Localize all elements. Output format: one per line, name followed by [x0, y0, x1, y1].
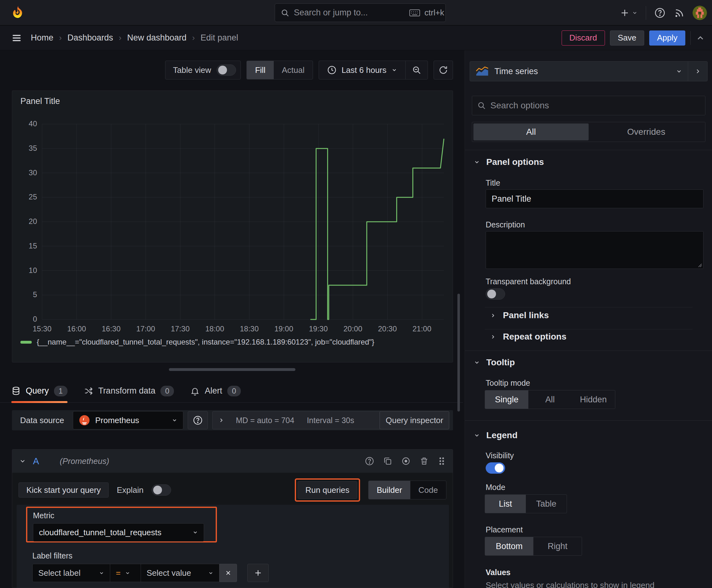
- y-axis-tick: 30: [28, 168, 37, 177]
- chevron-down-icon: [125, 570, 130, 576]
- panel-title-input[interactable]: [486, 189, 704, 208]
- series-line: [310, 139, 444, 319]
- transparent-background-toggle[interactable]: [486, 288, 505, 300]
- x-axis-tick: 16:30: [102, 324, 121, 333]
- delete-query-icon[interactable]: [419, 456, 429, 466]
- options-search[interactable]: [472, 96, 706, 115]
- user-avatar[interactable]: [693, 6, 707, 20]
- datasource-value: Prometheus: [95, 416, 167, 425]
- time-range-picker[interactable]: Last 6 hours: [319, 61, 405, 79]
- query-inspector-button[interactable]: Query inspector: [380, 411, 449, 429]
- grafana-logo-icon[interactable]: [11, 5, 26, 20]
- label-filters-label: Label filters: [33, 551, 72, 560]
- y-axis-tick: 25: [28, 192, 37, 201]
- kick-start-query-button[interactable]: Kick start your query: [19, 482, 109, 498]
- chart-plot[interactable]: [12, 91, 453, 362]
- time-range-control: Last 6 hours: [319, 61, 428, 80]
- add-filter-button[interactable]: [247, 564, 269, 582]
- legend-visibility-toggle[interactable]: [486, 462, 505, 474]
- news-rss-icon[interactable]: [674, 7, 684, 18]
- breadcrumb-separator: ›: [118, 33, 122, 43]
- chevron-right-icon: [490, 313, 496, 318]
- x-axis-tick: 19:30: [309, 324, 328, 333]
- legend-mode-list-option[interactable]: List: [485, 495, 526, 513]
- divider: [485, 307, 693, 308]
- panel-options-header[interactable]: Panel options: [474, 157, 544, 167]
- code-option[interactable]: Code: [410, 481, 446, 499]
- tab-transform-label: Transform data: [98, 386, 155, 396]
- datasource-help-button[interactable]: [188, 411, 208, 429]
- search-input[interactable]: [294, 8, 405, 18]
- divider: [646, 6, 646, 20]
- datasource-picker[interactable]: Prometheus: [73, 411, 184, 429]
- options-search-input[interactable]: [490, 101, 700, 110]
- save-button[interactable]: Save: [610, 30, 644, 45]
- x-axis-tick: 20:30: [378, 324, 397, 333]
- refresh-button[interactable]: [434, 61, 453, 80]
- tab-query-label: Query: [26, 386, 49, 396]
- builder-option[interactable]: Builder: [369, 481, 410, 499]
- placement-bottom-option[interactable]: Bottom: [485, 537, 533, 555]
- collapse-header-icon[interactable]: [696, 33, 705, 43]
- panel-chart: Panel Title {__name__="cloudflared_tunne…: [12, 90, 453, 362]
- tooltip-all-option[interactable]: All: [528, 391, 572, 408]
- query-row-header[interactable]: A (Prometheus): [12, 449, 453, 473]
- hide-query-icon[interactable]: [401, 456, 411, 466]
- add-menu-button[interactable]: [620, 8, 638, 18]
- actual-option[interactable]: Actual: [274, 61, 313, 79]
- chevron-down-icon: [19, 458, 26, 465]
- tab-alert[interactable]: Alert 0: [190, 379, 241, 403]
- resize-handle-icon[interactable]: [697, 262, 702, 268]
- tab-all[interactable]: All: [473, 123, 589, 141]
- discard-button[interactable]: Discard: [562, 30, 605, 45]
- apply-button[interactable]: Apply: [649, 30, 685, 45]
- select-value-dropdown[interactable]: Select value: [141, 564, 219, 582]
- placement-right-option[interactable]: Right: [533, 537, 582, 555]
- tab-alert-count: 0: [227, 386, 241, 396]
- breadcrumb-home[interactable]: Home: [31, 33, 53, 43]
- title-label: Title: [486, 178, 500, 188]
- query-help-icon[interactable]: [365, 456, 374, 466]
- visualization-picker[interactable]: Time series: [470, 62, 688, 81]
- legend-mode-table-option[interactable]: Table: [526, 495, 567, 513]
- breadcrumb-dashboards[interactable]: Dashboards: [67, 33, 113, 43]
- repeat-options-header[interactable]: Repeat options: [490, 332, 566, 342]
- breadcrumb-new-dashboard[interactable]: New dashboard: [127, 33, 187, 43]
- chevron-down-icon: [208, 570, 214, 576]
- fill-option[interactable]: Fill: [247, 61, 274, 79]
- tab-query[interactable]: Query 1: [11, 379, 67, 403]
- tooltip-header[interactable]: Tooltip: [474, 357, 515, 368]
- select-label-dropdown[interactable]: Select label: [33, 564, 110, 582]
- tooltip-single-option[interactable]: Single: [485, 391, 528, 408]
- main-scrollbar[interactable]: [457, 294, 460, 412]
- help-icon[interactable]: [654, 7, 666, 19]
- remove-filter-button[interactable]: [219, 564, 237, 582]
- menu-icon[interactable]: [11, 33, 22, 43]
- question-circle-icon: [193, 415, 203, 425]
- table-view-toggle[interactable]: [217, 64, 236, 76]
- tab-query-count: 1: [54, 386, 67, 396]
- x-axis-tick: 17:30: [171, 324, 190, 333]
- duplicate-query-icon[interactable]: [383, 456, 392, 466]
- tooltip-label: Tooltip: [486, 357, 515, 368]
- global-search[interactable]: ctrl+k: [275, 3, 446, 22]
- metric-select[interactable]: cloudflared_tunnel_total_requests: [33, 523, 204, 542]
- tab-overrides[interactable]: Overrides: [589, 123, 704, 141]
- description-textarea[interactable]: [486, 231, 704, 269]
- explain-toggle[interactable]: [152, 484, 171, 496]
- tooltip-hidden-option[interactable]: Hidden: [572, 391, 615, 408]
- drag-handle-icon[interactable]: [438, 456, 446, 466]
- run-queries-button[interactable]: Run queries: [298, 481, 357, 499]
- collapse-options-button[interactable]: [688, 62, 707, 81]
- operator-dropdown[interactable]: =: [110, 564, 141, 582]
- metric-label: Metric: [33, 511, 210, 520]
- breadcrumb-bar: Home › Dashboards › New dashboard › Edit…: [0, 25, 712, 50]
- tab-transform-data[interactable]: Transform data 0: [84, 379, 174, 403]
- x-axis-tick: 18:30: [240, 324, 259, 333]
- zoom-out-button[interactable]: [406, 61, 428, 79]
- legend-header[interactable]: Legend: [474, 430, 518, 440]
- panel-links-header[interactable]: Panel links: [490, 310, 549, 320]
- fill-actual-segmented: Fill Actual: [246, 61, 313, 80]
- clock-icon: [327, 65, 337, 75]
- panel-resize-handle[interactable]: [169, 368, 296, 371]
